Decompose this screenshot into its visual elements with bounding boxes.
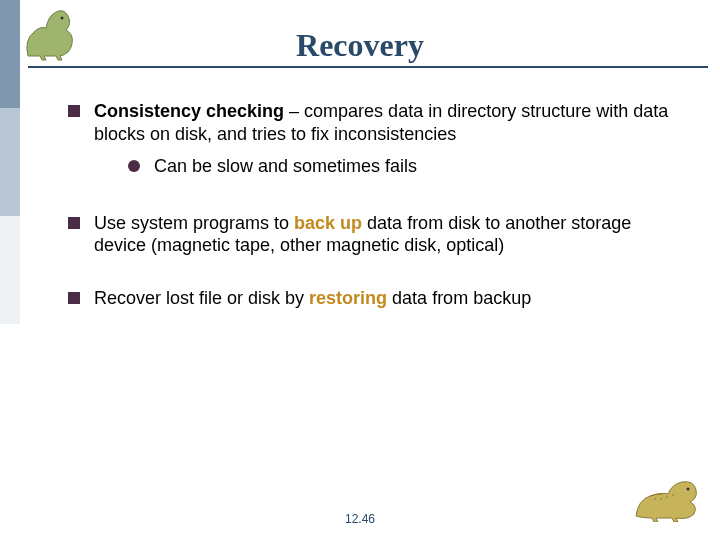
dinosaur-header-icon <box>22 6 84 62</box>
bullet-text: Recover lost file or disk by restoring d… <box>94 287 531 310</box>
page-number: 12.46 <box>0 512 720 526</box>
slide-body: Consistency checking – compares data in … <box>68 100 676 339</box>
bullet-text: Use system programs to back up data from… <box>94 212 676 257</box>
square-bullet-icon <box>68 217 80 229</box>
stripe-seg-3 <box>0 324 20 432</box>
slide: Recovery Consistency checking – compares… <box>0 0 720 540</box>
slide-header: Recovery <box>0 0 720 72</box>
keyword-text: back up <box>294 213 362 233</box>
body-text: Recover lost file or disk by <box>94 288 309 308</box>
bullet-text: Consistency checking – compares data in … <box>94 100 676 182</box>
bullet-level-1: Consistency checking – compares data in … <box>68 100 676 182</box>
body-text: Can be slow and sometimes fails <box>154 156 417 176</box>
bullet-level-1: Recover lost file or disk by restoring d… <box>68 287 676 310</box>
stripe-seg-1 <box>0 108 20 216</box>
bold-text: Consistency checking <box>94 101 284 121</box>
body-text: Use system programs to <box>94 213 294 233</box>
keyword-text: restoring <box>309 288 387 308</box>
svg-point-0 <box>61 17 64 20</box>
slide-title: Recovery <box>0 9 720 64</box>
stripe-seg-2 <box>0 216 20 324</box>
square-bullet-icon <box>68 292 80 304</box>
bullet-level-1: Use system programs to back up data from… <box>68 212 676 257</box>
svg-point-1 <box>687 488 690 491</box>
sub-bullet-text: Can be slow and sometimes fails <box>154 155 417 178</box>
dinosaur-footer-icon <box>632 476 702 522</box>
bullet-level-2: Can be slow and sometimes fails <box>128 155 676 178</box>
left-accent-stripe <box>0 0 20 540</box>
round-bullet-icon <box>128 160 140 172</box>
square-bullet-icon <box>68 105 80 117</box>
body-text: data from backup <box>387 288 531 308</box>
title-rule <box>28 66 708 68</box>
